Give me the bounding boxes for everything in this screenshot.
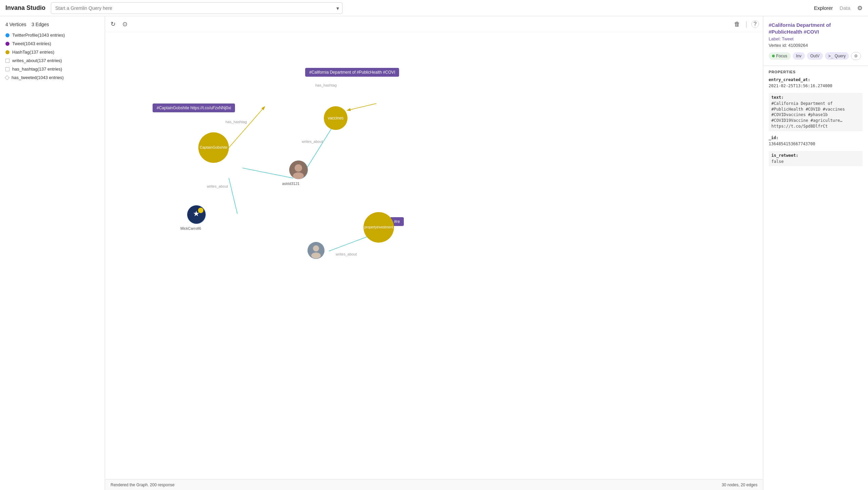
svg-text:★: ★ — [193, 209, 200, 218]
app-title: Invana Studio — [5, 4, 45, 12]
main-layout: 4 Vertices 3 Edges TwitterProfile(1043 e… — [0, 16, 868, 490]
graph-area: ↻ ⊙ 🗑 | ? — [105, 16, 763, 490]
graph-canvas[interactable]: #CaptainGobshite https://t.co/uFzxNNj0xi… — [105, 32, 763, 490]
node-mickcarroll6[interactable]: ★ — [187, 205, 206, 224]
tweet-dot — [5, 42, 9, 46]
node-person2[interactable] — [308, 242, 324, 259]
svg-point-13 — [313, 245, 319, 251]
legend-item-writes-about[interactable]: writes_about(137 entries) — [5, 58, 99, 63]
tweet-label-california[interactable]: #California Department of #PublicHealth … — [305, 68, 399, 77]
legend-label: TwitterProfile(1043 entries) — [12, 33, 65, 38]
svg-line-4 — [329, 236, 370, 251]
svg-line-2 — [229, 178, 237, 214]
edge-label-writes-about-2: writes_about — [207, 184, 228, 188]
data-nav-link[interactable]: Data — [840, 5, 850, 11]
astrid3121-label: astrid3121 — [282, 182, 299, 186]
graph-toolbar: ↻ ⊙ 🗑 | ? — [105, 16, 763, 32]
legend-label: writes_about(137 entries) — [12, 58, 62, 63]
properties-title: PROPERTIES — [769, 70, 863, 74]
legend-label: has_tweeted(1043 entries) — [12, 75, 64, 80]
sidebar-stats: 4 Vertices 3 Edges — [5, 22, 99, 27]
explorer-nav-link[interactable]: Explorer — [814, 5, 833, 11]
graph-bottom-bar: Rendered the Graph. 200 response 30 node… — [105, 479, 763, 490]
query-input-wrapper: ▾ — [51, 2, 342, 14]
prop-entry-created-at: entry_created_at: 2021-02-25T13:56:16.27… — [769, 77, 863, 89]
refresh-icon[interactable]: ↻ — [109, 19, 117, 29]
edge-label-has-hashtag-2: has_hashtag — [315, 83, 337, 87]
has-tweeted-diamond — [5, 75, 9, 80]
query-input[interactable] — [51, 2, 342, 14]
svg-line-5 — [242, 168, 293, 178]
node-captaingobshite[interactable]: CaptainGobshite — [198, 132, 229, 163]
svg-point-7 — [295, 164, 302, 172]
legend-label: HashTag(137 entries) — [12, 50, 54, 55]
twitter-profile-dot — [5, 33, 9, 37]
panel-gear-button[interactable]: ⚙ — [851, 52, 861, 60]
settings-icon[interactable]: ⚙ — [857, 4, 863, 12]
edge-label-writes-about-1: writes_about — [302, 139, 323, 144]
panel-node-title: #California Department of#PublicHealth #… — [769, 22, 863, 35]
svg-line-3 — [348, 103, 376, 110]
legend-label: has_hashtag(137 entries) — [12, 67, 62, 72]
legend-item-hashtag[interactable]: HashTag(137 entries) — [5, 50, 99, 55]
legend-label: Tweet(1043 entries) — [12, 41, 51, 46]
node-vaccines[interactable]: vaccines — [324, 106, 348, 130]
prop-is-retweet: is_retweet: false — [769, 151, 863, 167]
outv-button[interactable]: OutV — [807, 52, 823, 60]
has-hashtag-square — [5, 67, 9, 71]
edges-svg — [105, 32, 763, 490]
focus-dot — [772, 55, 775, 57]
svg-line-1 — [307, 127, 332, 168]
header: Invana Studio ▾ Explorer Data ⚙ — [0, 0, 868, 16]
panel-vertex-id: Vertex id: 41009264 — [769, 43, 863, 48]
camera-icon[interactable]: ⊙ — [121, 19, 129, 29]
inv-button[interactable]: Inv — [793, 52, 805, 60]
trash-icon[interactable]: 🗑 — [733, 19, 742, 29]
prop-id: _id: 1364854153667743700 — [769, 135, 863, 147]
panel-label: Label: Tweet — [769, 36, 863, 41]
vertices-count: 4 Vertices — [5, 22, 26, 27]
writes-about-square — [5, 59, 9, 63]
query-button[interactable]: ≻_ Query — [825, 52, 849, 60]
legend-item-has-tweeted[interactable]: has_tweeted(1043 entries) — [5, 75, 99, 80]
panel-actions: Focus Inv OutV ≻_ Query ⚙ — [769, 52, 863, 60]
help-icon[interactable]: ? — [751, 20, 759, 28]
right-panel: #California Department of#PublicHealth #… — [763, 16, 868, 490]
panel-header: #California Department of#PublicHealth #… — [763, 16, 868, 66]
node-propertyinvestment[interactable]: propertyinvestment — [363, 212, 394, 243]
edge-label-has-hashtag-1: has_hashtag — [225, 120, 247, 124]
prop-text: text: #California Department of#PublicHe… — [769, 93, 863, 131]
edges-count: 3 Edges — [32, 22, 49, 27]
graph-node-count: 30 nodes, 20 edges — [722, 483, 757, 487]
legend-item-twitter-profile[interactable]: TwitterProfile(1043 entries) — [5, 33, 99, 38]
focus-button[interactable]: Focus — [769, 52, 791, 60]
node-astrid3121[interactable] — [289, 161, 308, 179]
svg-point-14 — [311, 252, 321, 259]
panel-properties: PROPERTIES entry_created_at: 2021-02-25T… — [763, 66, 868, 490]
mickcarroll6-label: MickCarroll6 — [180, 226, 201, 230]
edge-label-writes-about-3: writes_about — [336, 252, 357, 256]
separator: | — [746, 20, 747, 28]
legend-item-tweet[interactable]: Tweet(1043 entries) — [5, 41, 99, 46]
tweet-label-captaingobshite[interactable]: #CaptainGobshite https://t.co/uFzxNNj0xi — [153, 103, 235, 112]
legend-item-has-hashtag[interactable]: has_hashtag(137 entries) — [5, 67, 99, 72]
hashtag-dot — [5, 50, 9, 54]
svg-point-8 — [293, 172, 304, 179]
panel-label-value: Tweet — [782, 36, 794, 41]
sidebar: 4 Vertices 3 Edges TwitterProfile(1043 e… — [0, 16, 105, 490]
graph-status: Rendered the Graph. 200 response — [111, 483, 175, 487]
header-nav: Explorer Data ⚙ — [814, 4, 863, 12]
svg-line-0 — [229, 107, 264, 148]
